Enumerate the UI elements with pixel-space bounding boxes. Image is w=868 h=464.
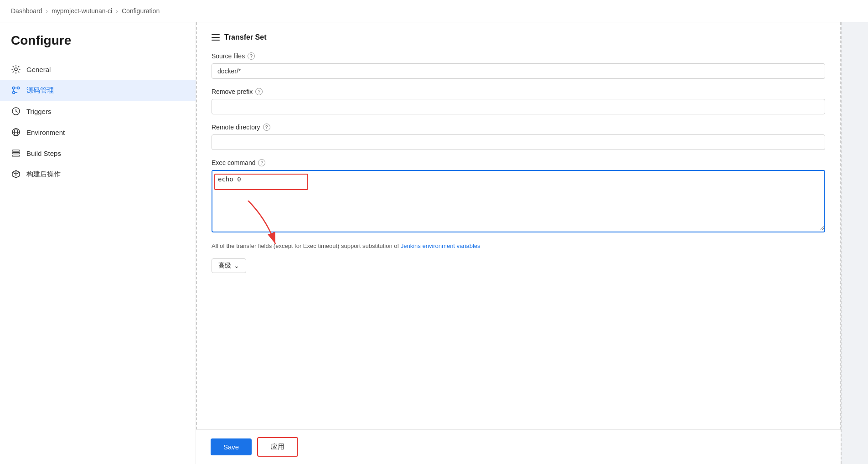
remove-prefix-input[interactable] <box>212 99 825 114</box>
clock-icon <box>11 106 21 116</box>
list-icon <box>11 148 21 158</box>
sidebar-label-environment: Environment <box>26 129 65 136</box>
remove-prefix-group: Remove prefix ? <box>212 88 825 114</box>
sidebar-label-build-steps: Build Steps <box>26 150 61 157</box>
action-bar: Save 应用 <box>196 429 841 464</box>
gear-icon <box>11 64 21 74</box>
sidebar-item-build-steps[interactable]: Build Steps <box>0 143 196 164</box>
panel-wrapper: Transfer Set Source files ? Remove prefi… <box>196 22 841 429</box>
svg-rect-7 <box>12 150 20 151</box>
breadcrumb-config: Configuration <box>122 7 160 15</box>
sidebar-item-post-build[interactable]: 构建后操作 <box>0 164 196 185</box>
source-files-input[interactable] <box>212 63 825 79</box>
section-title: Transfer Set <box>224 33 266 41</box>
section-header: Transfer Set <box>212 33 825 41</box>
advanced-label: 高级 <box>218 262 231 270</box>
svg-point-0 <box>15 68 17 71</box>
exec-command-input-wrapper: echo 0 <box>212 170 825 232</box>
arrow-annotation: All of the transfer fields (except for E… <box>212 242 825 251</box>
globe-icon <box>11 127 21 137</box>
right-dashed-panel <box>841 22 868 464</box>
remote-directory-help-icon[interactable]: ? <box>263 124 270 131</box>
exec-command-inner: echo 0 <box>212 171 824 232</box>
advanced-button[interactable]: 高级 ⌄ <box>212 258 246 273</box>
remove-prefix-label: Remove prefix ? <box>212 88 825 95</box>
exec-command-help-icon[interactable]: ? <box>258 159 265 166</box>
exec-command-textarea[interactable]: echo 0 <box>212 171 824 230</box>
breadcrumb-sep-2: › <box>116 7 118 15</box>
remote-directory-input[interactable] <box>212 134 825 150</box>
sidebar-label-general: General <box>26 66 51 73</box>
advanced-section: 高级 ⌄ <box>212 258 825 273</box>
hamburger-icon[interactable] <box>212 34 220 41</box>
sidebar-item-general[interactable]: General <box>0 59 196 80</box>
remote-directory-label: Remote directory ? <box>212 124 825 131</box>
exec-command-label: Exec command ? <box>212 159 825 166</box>
sidebar-item-triggers[interactable]: Triggers <box>0 101 196 122</box>
remove-prefix-help-icon[interactable]: ? <box>255 88 263 95</box>
chevron-down-icon: ⌄ <box>234 262 239 269</box>
source-files-help-icon[interactable]: ? <box>248 52 255 60</box>
transfer-note: All of the transfer fields (except for E… <box>212 242 825 251</box>
breadcrumb: Dashboard › myproject-wutunan-ci › Confi… <box>0 0 868 22</box>
jenkins-env-link[interactable]: Jenkins environment variables <box>401 242 480 249</box>
svg-rect-9 <box>12 155 20 156</box>
source-files-label: Source files ? <box>212 52 825 60</box>
sidebar-label-post-build: 构建后操作 <box>26 170 61 179</box>
source-files-group: Source files ? <box>212 52 825 79</box>
sidebar-label-triggers: Triggers <box>26 108 51 115</box>
exec-command-blue-border: echo 0 <box>212 170 825 232</box>
source-icon <box>11 85 21 95</box>
save-button[interactable]: Save <box>211 438 252 455</box>
breadcrumb-project[interactable]: myproject-wutunan-ci <box>52 7 112 15</box>
exec-command-group: Exec command ? echo 0 <box>212 159 825 232</box>
remote-directory-group: Remote directory ? <box>212 124 825 150</box>
apply-button[interactable]: 应用 <box>257 437 298 457</box>
cube-icon <box>11 169 21 179</box>
sidebar-item-environment[interactable]: Environment <box>0 122 196 143</box>
svg-rect-8 <box>12 153 20 154</box>
page-title: Configure <box>0 33 196 59</box>
sidebar: Configure General 源码管理 <box>0 22 196 464</box>
breadcrumb-sep-1: › <box>46 7 48 15</box>
breadcrumb-dashboard[interactable]: Dashboard <box>11 7 42 15</box>
content-area: Transfer Set Source files ? Remove prefi… <box>196 22 841 464</box>
sidebar-item-source[interactable]: 源码管理 <box>0 80 196 101</box>
sidebar-label-source: 源码管理 <box>26 86 54 95</box>
